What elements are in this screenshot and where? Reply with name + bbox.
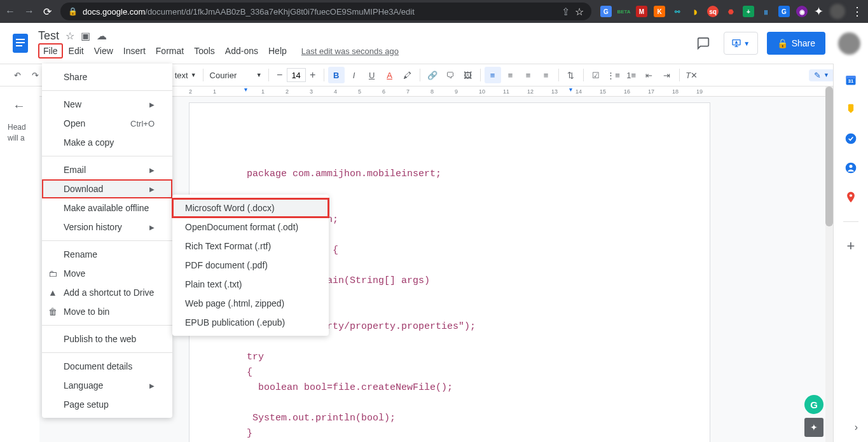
menu-edit[interactable]: Edit [64,44,88,58]
checklist-button[interactable]: ☑ [588,67,604,83]
address-bar[interactable]: 🔒 docs.google.com/document/d/1fkJmAAB0zB… [60,3,591,20]
file-details[interactable]: Document details [42,357,172,376]
bulleted-list-button[interactable]: ⋮≡ [605,67,622,83]
decrease-indent-button[interactable]: ⇤ [641,67,658,83]
grammarly-icon[interactable]: G [804,395,823,414]
file-email[interactable]: Email▶ [42,160,172,179]
file-make-copy[interactable]: Make a copy [42,133,172,152]
reload-button[interactable]: ⟳ [43,6,52,18]
insert-image-button[interactable]: 🖼 [460,67,476,83]
chrome-profile-avatar[interactable] [830,4,845,19]
numbered-list-button[interactable]: 1≡ [623,67,640,83]
insert-comment-button[interactable]: 🗨 [442,67,458,83]
ext-icon-sq[interactable]: sq [707,6,719,17]
file-move-to-bin[interactable]: 🗑Move to bin [42,302,172,321]
menu-insert[interactable]: Insert [119,44,150,58]
file-page-setup[interactable]: Page setup [42,395,172,414]
side-panel-collapse-icon[interactable]: › [855,422,858,433]
download-txt[interactable]: Plain text (.txt) [172,275,329,294]
move-dialog-icon[interactable]: ▣ [81,30,90,42]
line-spacing-button[interactable]: ⇅ [563,67,579,83]
font-size-input[interactable] [287,68,306,82]
file-publish[interactable]: Publish to the web [42,329,172,349]
highlight-button[interactable]: 🖍 [399,67,416,83]
download-rtf[interactable]: Rich Text Format (.rtf) [172,237,329,256]
present-button[interactable]: ▼ [724,32,758,55]
bold-button[interactable]: B [328,67,345,83]
ext-icon-1[interactable]: G [600,6,612,17]
download-epub[interactable]: EPUB publication (.epub) [172,313,329,332]
last-edit-link[interactable]: Last edit was seconds ago [301,46,399,56]
menu-tools[interactable]: Tools [189,44,219,58]
ext-icon-m[interactable]: M [636,6,647,17]
ext-icon-gs[interactable]: G [778,6,790,17]
keep-icon[interactable] [843,102,858,117]
ext-icon-bars[interactable]: ⫼ [761,6,772,17]
font-size-minus[interactable]: − [273,68,287,82]
redo-button[interactable]: ↷ [27,67,43,83]
underline-button[interactable]: U [364,67,380,83]
download-odt[interactable]: OpenDocument format (.odt) [172,218,329,237]
download-html[interactable]: Web page (.html, zipped) [172,294,329,313]
italic-button[interactable]: I [346,67,362,83]
document-title[interactable]: Test [38,29,59,43]
undo-button[interactable]: ↶ [9,67,25,83]
contacts-icon[interactable] [843,160,858,176]
align-right-button[interactable]: ≡ [520,67,537,83]
insert-link-button[interactable]: 🔗 [424,67,441,83]
comments-icon[interactable] [692,32,715,55]
back-button[interactable]: ← [5,6,15,17]
chrome-menu-icon[interactable]: ⋮ [851,4,863,18]
file-offline[interactable]: Make available offline [42,198,172,218]
star-icon[interactable]: ☆ [65,30,74,42]
menu-addons[interactable]: Add-ons [221,44,263,58]
explore-button[interactable]: ✦ [804,418,823,437]
align-justify-button[interactable]: ≡ [538,67,555,83]
download-docx[interactable]: Microsoft Word (.docx) [172,198,329,218]
ext-beta[interactable]: BETA [618,6,630,17]
align-center-button[interactable]: ≡ [502,67,519,83]
docs-logo-icon[interactable] [8,31,33,56]
ext-icon-link[interactable]: ⚯ [672,6,683,17]
menu-view[interactable]: View [90,44,118,58]
file-rename[interactable]: Rename [42,245,172,264]
font-select[interactable]: Courier ▼ [207,67,265,83]
vertical-scrollbar[interactable] [825,86,833,442]
ext-icon-n[interactable]: ◉ [796,6,808,17]
file-language[interactable]: Language▶ [42,376,172,395]
ext-icon-shield[interactable]: ⬣ [725,6,736,17]
share-button[interactable]: 🔒Share [767,32,825,55]
addons-plus-icon[interactable]: + [843,238,858,254]
forward-button[interactable]: → [24,6,34,17]
cloud-status-icon[interactable]: ☁ [97,30,107,42]
file-open[interactable]: OpenCtrl+O [42,114,172,133]
clear-formatting-button[interactable]: T✕ [684,67,700,83]
install-app-icon[interactable]: ⇪ [561,6,570,18]
menu-file[interactable]: File [38,43,63,59]
file-move[interactable]: 🗀Move [42,264,172,283]
first-line-indent-marker[interactable]: ▾ [244,86,247,93]
scrollbar-thumb[interactable] [825,86,833,226]
file-version-history[interactable]: Version history▶ [42,218,172,237]
file-add-shortcut[interactable]: ▲Add a shortcut to Drive [42,283,172,302]
extensions-menu-icon[interactable]: ✦ [814,4,823,18]
user-avatar[interactable] [838,32,860,55]
ext-icon-5[interactable]: ◗ [689,6,701,17]
maps-icon[interactable] [843,190,858,205]
font-size-plus[interactable]: + [306,68,320,82]
align-left-button[interactable]: ≡ [485,67,501,83]
increase-indent-button[interactable]: ⇥ [659,67,675,83]
menu-help[interactable]: Help [264,44,291,58]
bookmark-icon[interactable]: ☆ [575,6,584,18]
file-download[interactable]: Download▶ [42,179,172,198]
calendar-icon[interactable]: 31 [843,73,858,88]
tasks-icon[interactable] [843,131,858,146]
editing-mode-button[interactable]: ✎ ▼ [809,69,834,81]
ext-icon-k[interactable]: K [654,6,665,17]
ext-icon-plus[interactable]: + [743,6,754,17]
text-color-button[interactable]: A [382,67,398,83]
file-share[interactable]: Share [42,67,172,86]
download-pdf[interactable]: PDF document (.pdf) [172,256,329,275]
file-new[interactable]: New▶ [42,95,172,114]
outline-back-icon[interactable]: ← [8,94,31,117]
